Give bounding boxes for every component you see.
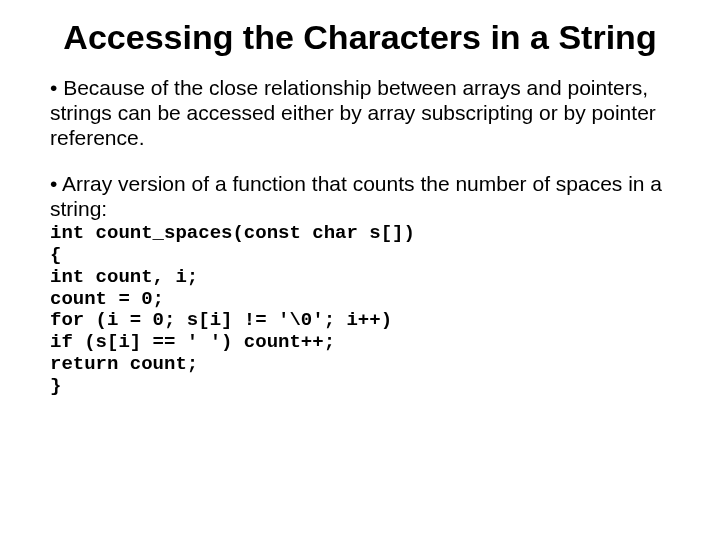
slide-title: Accessing the Characters in a String <box>50 18 670 57</box>
code-block: int count_spaces(const char s[]) { int c… <box>50 223 670 398</box>
paragraph-1: • Because of the close relationship betw… <box>50 75 670 151</box>
paragraph-2: • Array version of a function that count… <box>50 171 670 221</box>
